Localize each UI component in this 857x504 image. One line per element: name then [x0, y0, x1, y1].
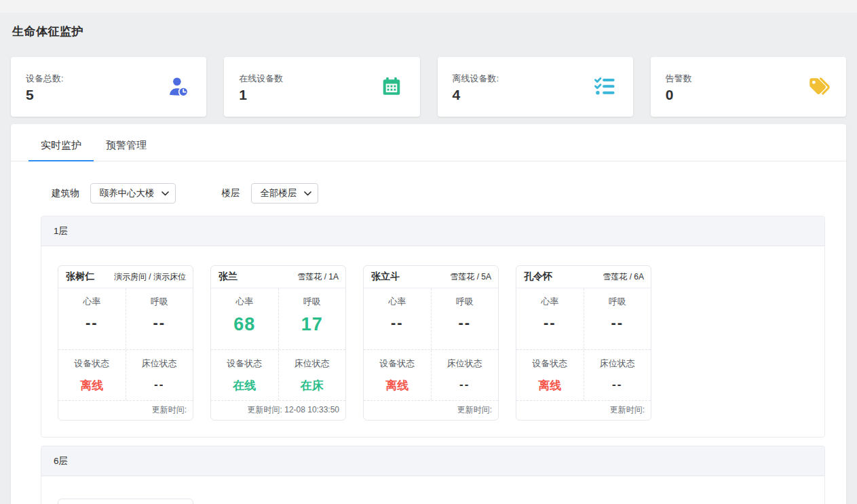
- respiration-value: --: [126, 314, 193, 332]
- heart-rate-label: 心率: [516, 296, 584, 308]
- stat-value: 5: [26, 87, 64, 103]
- bed-status-label: 床位状态: [126, 357, 193, 370]
- heart-rate-value: --: [58, 314, 126, 332]
- patient-card-header: 王小明 雪莲花 / 6B: [58, 499, 193, 504]
- filter-row: 建筑物 颐养中心大楼 楼层 全部楼层: [52, 183, 846, 203]
- patient-card-header: 张兰 雪莲花 / 1A: [211, 266, 345, 288]
- stat-label: 离线设备数:: [453, 73, 499, 85]
- stat-label: 设备总数:: [26, 73, 64, 85]
- respiration-label: 呼吸: [126, 296, 193, 308]
- chevron-down-icon: [161, 191, 169, 196]
- tab-realtime-monitoring[interactable]: 实时监护: [28, 138, 94, 161]
- tab-alert-management[interactable]: 预警管理: [94, 138, 159, 161]
- stat-card-total-devices: 设备总数: 5: [11, 57, 206, 117]
- patient-room: 雪莲花 / 5A: [450, 271, 491, 283]
- device-status-label: 设备状态: [516, 357, 584, 370]
- bed-status-label: 床位状态: [279, 357, 346, 370]
- patient-card[interactable]: 孔令怀 雪莲花 / 6A 心率 -- 呼吸 -- 设备状态: [516, 265, 651, 421]
- patient-room: 雪莲花 / 6A: [603, 271, 644, 283]
- device-status-label: 设备状态: [58, 357, 126, 370]
- patient-card[interactable]: 王小明 雪莲花 / 6B 心率 -- 呼吸 -- 设备状态: [58, 499, 193, 504]
- patient-room: 演示房间 / 演示床位: [114, 271, 186, 283]
- bed-status-label: 床位状态: [584, 357, 651, 370]
- patient-card-header: 孔令怀 雪莲花 / 6A: [516, 266, 651, 288]
- floor-select-value: 全部楼层: [261, 187, 297, 199]
- device-status-value: 离线: [364, 378, 431, 393]
- device-status-label: 设备状态: [211, 357, 278, 370]
- respiration-value: 17: [279, 314, 346, 335]
- stat-value: 1: [239, 87, 283, 103]
- patient-card-header: 张树仁 演示房间 / 演示床位: [58, 266, 193, 288]
- patient-name: 孔令怀: [524, 271, 552, 283]
- floor-body: 王小明 雪莲花 / 6B 心率 -- 呼吸 -- 设备状态: [41, 476, 824, 504]
- respiration-value: --: [584, 314, 651, 332]
- patient-card-header: 张立斗 雪莲花 / 5A: [364, 266, 498, 288]
- respiration-label: 呼吸: [584, 296, 651, 308]
- heart-rate-value: --: [364, 314, 431, 332]
- respiration-value: --: [432, 314, 499, 332]
- update-time: 更新时间: 12-08 10:33:50: [211, 401, 345, 420]
- stat-card-offline-devices: 离线设备数: 4: [438, 57, 633, 117]
- heart-rate-label: 心率: [364, 296, 431, 308]
- stat-label: 告警数: [666, 73, 692, 85]
- bed-status-label: 床位状态: [432, 357, 499, 370]
- user-clock-icon: [167, 75, 190, 98]
- heart-rate-value: 68: [211, 314, 278, 335]
- chevron-down-icon: [304, 191, 311, 196]
- stat-card-alarms: 告警数 0: [651, 57, 846, 117]
- bed-status-value: --: [584, 378, 651, 391]
- respiration-label: 呼吸: [279, 296, 346, 308]
- device-status-value: 在线: [211, 378, 278, 393]
- bed-status-value: --: [126, 378, 193, 391]
- bed-status-value: 在床: [279, 378, 346, 393]
- checklist-icon: [594, 75, 617, 98]
- update-time: 更新时间:: [516, 401, 651, 420]
- patient-card[interactable]: 张树仁 演示房间 / 演示床位 心率 -- 呼吸 -- 设备状态: [58, 265, 193, 421]
- patient-name: 张树仁: [66, 271, 94, 283]
- floor-section-1: 1层 张树仁 演示房间 / 演示床位 心率 -- 呼吸 --: [41, 216, 825, 438]
- patient-room: 雪莲花 / 1A: [297, 271, 339, 283]
- floor-section-6: 6层 王小明 雪莲花 / 6B 心率 -- 呼吸 --: [41, 446, 825, 504]
- device-status-value: 离线: [58, 378, 126, 393]
- floor-header: 6层: [41, 446, 824, 476]
- patient-name: 张兰: [218, 271, 237, 283]
- patient-card[interactable]: 张立斗 雪莲花 / 5A 心率 -- 呼吸 -- 设备状态: [363, 265, 499, 421]
- tags-icon: [807, 75, 830, 98]
- patient-card[interactable]: 张兰 雪莲花 / 1A 心率 68 呼吸 17 设备状态: [210, 265, 346, 421]
- monitoring-panel: 实时监护 预警管理 建筑物 颐养中心大楼 楼层 全部楼层 1层 张树仁: [11, 124, 846, 504]
- stat-value: 4: [453, 87, 499, 103]
- building-filter-label: 建筑物: [52, 187, 79, 199]
- building-select-value: 颐养中心大楼: [100, 187, 155, 199]
- respiration-label: 呼吸: [432, 296, 499, 308]
- stats-row: 设备总数: 5 在线设备数 1: [11, 57, 846, 117]
- heart-rate-label: 心率: [58, 296, 126, 308]
- calendar-icon: [381, 75, 404, 98]
- heart-rate-value: --: [516, 314, 584, 332]
- floor-select[interactable]: 全部楼层: [251, 183, 318, 203]
- patient-name: 张立斗: [371, 271, 400, 283]
- stat-label: 在线设备数: [239, 73, 283, 85]
- device-status-label: 设备状态: [364, 357, 431, 370]
- floor-header: 1层: [41, 216, 824, 246]
- heart-rate-label: 心率: [211, 296, 278, 308]
- update-time: 更新时间:: [58, 401, 193, 420]
- building-select[interactable]: 颐养中心大楼: [90, 183, 176, 203]
- page-title: 生命体征监护: [12, 24, 857, 39]
- top-band: [0, 0, 857, 13]
- floor-body: 张树仁 演示房间 / 演示床位 心率 -- 呼吸 -- 设备状态: [41, 246, 824, 437]
- stat-value: 0: [666, 87, 692, 103]
- stat-card-online-devices: 在线设备数 1: [224, 57, 419, 117]
- update-time: 更新时间:: [364, 401, 498, 420]
- floor-filter-label: 楼层: [222, 187, 240, 199]
- tab-bar: 实时监护 预警管理: [11, 124, 846, 161]
- bed-status-value: --: [432, 378, 499, 391]
- device-status-value: 离线: [516, 378, 584, 393]
